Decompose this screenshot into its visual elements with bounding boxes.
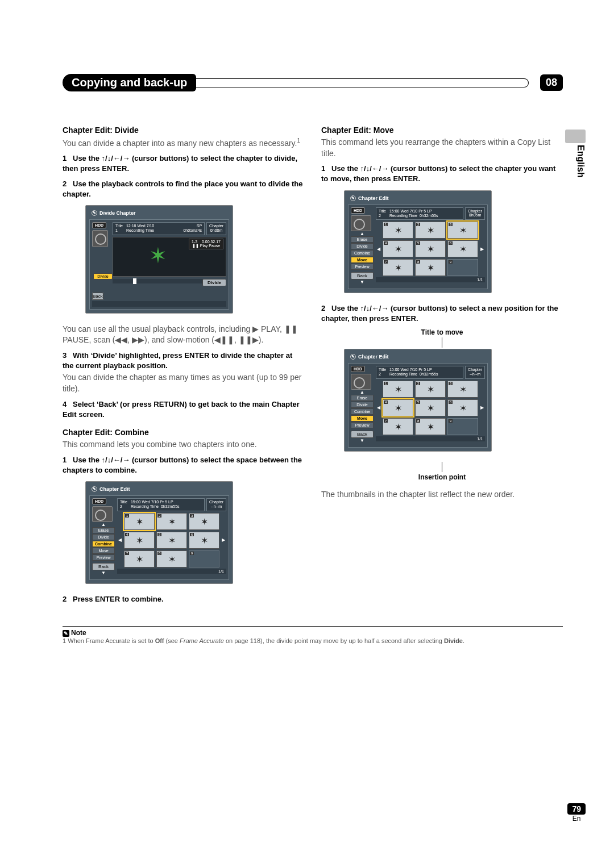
thumb-2[interactable]: 2✶ [415,222,446,239]
thumb-7[interactable]: 7✶ [383,418,413,435]
pencil-icon: ✎ [350,354,356,360]
nav-left[interactable]: ◀ [376,381,381,435]
thumb-3[interactable]: 3✶ [189,513,219,530]
divide-action-button[interactable]: Divide [202,279,226,286]
note-off: Off [155,637,164,644]
intro-combine: This command lets you combine two chapte… [63,439,304,450]
back-button[interactable]: Back [351,272,374,279]
title-meta-box: Title2 15:00 Wed 7/10 Pr 5 LPRecording T… [376,366,463,379]
playback-counter: 1-3 0.00.52.17 ❚❚ Play Pause [189,239,223,249]
language-tab: English [575,145,586,178]
pager: 1/1 [376,436,485,441]
thumb-8[interactable]: 8✶ [415,259,446,276]
thumb-9[interactable]: 9 [447,418,478,435]
menu-divide[interactable]: Divide [92,534,115,540]
back-button[interactable]: Back [92,563,115,570]
thumb-4[interactable]: 4✶ [383,240,413,257]
nav-right[interactable]: ▶ [221,513,226,567]
thumb-8[interactable]: 8✶ [415,418,446,435]
figure-combine: ✎Chapter Edit HDD ▲ Erase Divide Combine… [85,481,233,584]
thumb-2[interactable]: 2✶ [156,513,187,530]
thumb-7[interactable]: 7✶ [124,550,155,567]
menu-divide[interactable]: Divide [351,402,374,408]
thumb-3[interactable]: 3✶ [447,222,478,239]
thumb-6[interactable]: 6✶ [189,532,219,549]
step-1-combine-text: Use the ↑/↓/←/→ (cursor buttons) to sele… [63,456,302,474]
thumb-1[interactable]: 1✶ [124,513,155,530]
thumb-5[interactable]: 5✶ [415,399,446,416]
heading-move: Chapter Edit: Move [321,126,563,135]
nav-right[interactable]: ▶ [479,222,485,276]
menu-move[interactable]: Move [351,415,374,422]
chapter-time: 0h05m [469,213,481,217]
thumb-6[interactable]: 6✶ [447,399,478,416]
menu-erase[interactable]: Erase [92,527,115,533]
page-number-chip: 79 [567,803,586,815]
nav-right[interactable]: ▶ [479,381,485,435]
chapter-meta: Chapter--h--m [465,366,485,379]
menu-combine[interactable]: Combine [92,541,115,547]
step-1-divide: 1Use the ↑/↓/←/→ (cursor buttons) to sel… [63,153,304,174]
step-3-divide-text: With ‘Divide’ highlighted, press ENTER t… [63,351,292,370]
header-rule [196,78,529,87]
menu-erase[interactable]: Erase [351,395,374,401]
menu-combine[interactable]: Combine [351,250,374,256]
meta-sp: SP [197,224,202,228]
meta-title-number: 2 [379,214,381,218]
thumb-6[interactable]: 6✶ [447,240,478,257]
menu-erase[interactable]: Erase [351,236,374,243]
side-divide-button[interactable]: Divide [93,273,113,279]
preview-area: ✶ 1-3 0.00.52.17 ❚❚ Play Pause [113,237,226,277]
menu-move[interactable]: Move [92,548,115,554]
chapter-time: 0h00m [210,228,222,232]
thumb-9[interactable]: 9 [189,550,219,567]
meta-title-number: 2 [379,372,381,376]
thumb-1[interactable]: 1✶ [383,222,413,239]
thumb-3[interactable]: 3✶ [447,381,478,398]
fig-combine-title: Chapter Edit [99,486,130,492]
progress-bar: Divide [113,279,226,283]
disc-icon [92,506,113,522]
nav-left[interactable]: ◀ [117,513,123,567]
meta-title-label: Title [379,209,386,213]
pager: 1/1 [117,569,226,574]
thumb-1[interactable]: 1✶ [383,381,413,398]
thumb-9[interactable]: 9 [447,259,478,276]
fig-move1-title: Chapter Edit [358,195,389,201]
nav-left[interactable]: ◀ [376,222,381,276]
left-column: Chapter Edit: Divide You can divide a ch… [63,126,304,609]
thumb-2[interactable]: 2✶ [415,381,446,398]
hdd-badge: HDD [351,207,365,214]
note-post: on page 118), the divide point may move … [224,637,444,644]
thumb-4[interactable]: 4✶ [124,532,155,549]
thumb-8[interactable]: 8✶ [156,550,187,567]
pencil-icon: ✎ [92,486,97,492]
heading-combine: Chapter Edit: Combine [63,428,304,437]
chapter-label: Chapter [468,209,482,213]
menu-preview[interactable]: Preview [92,554,115,561]
back-button[interactable]: Back [351,431,374,438]
menu-preview[interactable]: Preview [351,264,374,270]
edit-menu: Erase Divide Combine Move Preview [92,527,115,561]
section-title: Copying and back-up [63,74,196,91]
menu-divide[interactable]: Divide [351,243,374,249]
footnote-section: ✎Note 1 When Frame Accurate is set to Of… [63,626,563,645]
pager: 1/1 [376,277,485,282]
thumb-7[interactable]: 7✶ [383,259,413,276]
thumb-4[interactable]: 4✶ [383,399,413,416]
menu-preview[interactable]: Preview [351,422,374,428]
thumb-5[interactable]: 5✶ [156,532,187,549]
page-lang: En [572,815,581,823]
pencil-icon: ✎ [92,210,97,216]
chapter-label: Chapter [468,368,482,372]
figure-move-2: ✎Chapter Edit HDD ▲ Erase Divide Combine… [344,349,492,452]
menu-move[interactable]: Move [351,257,374,263]
menu-combine[interactable]: Combine [351,408,374,415]
step-3-sub: You can divide the chapter as many times… [63,372,304,394]
title-meta-box: Title1 12:18 Wed 7/10Recording Time SP0h… [113,222,205,235]
thumbnail-grid: 1✶ 2✶ 3✶ 4✶ 5✶ 6✶ 7✶ 8✶ 9 [123,513,221,567]
meta-title-label: Title [115,224,123,228]
back-button[interactable]: Back [92,293,103,300]
thumb-5[interactable]: 5✶ [415,240,446,257]
play-pause-label: ❚❚ Play Pause [192,244,221,248]
